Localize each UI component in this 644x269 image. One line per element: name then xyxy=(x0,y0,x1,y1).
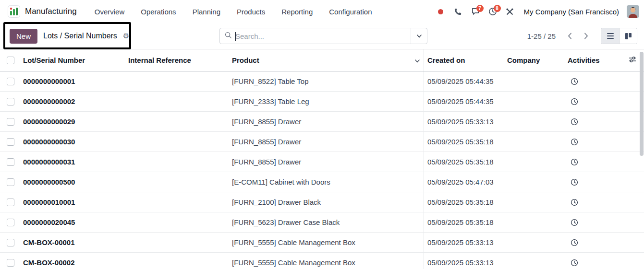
created-on-cell[interactable]: 05/09/2025 05:35:18 xyxy=(424,198,505,206)
activity-clock-icon[interactable] xyxy=(571,259,578,267)
lot-serial-cell[interactable]: 0000000020045 xyxy=(21,218,126,226)
lot-serial-cell[interactable]: 0000000010001 xyxy=(21,198,126,206)
table-row[interactable]: 0000000000030 [FURN_8855] Drawer 05/09/2… xyxy=(0,132,644,152)
created-on-cell[interactable]: 05/09/2025 05:33:13 xyxy=(424,238,505,246)
lot-serial-cell[interactable]: 0000000000030 xyxy=(21,138,126,146)
activity-clock-icon[interactable] xyxy=(571,239,578,246)
menu-item-reporting[interactable]: Reporting xyxy=(273,8,321,16)
table-row[interactable]: CM-BOX-00002 [FURN_5555] Cable Managemen… xyxy=(0,253,644,269)
created-on-cell[interactable]: 05/09/2025 05:33:13 xyxy=(424,117,505,126)
messages-icon[interactable]: 7 xyxy=(468,4,483,19)
product-cell[interactable]: [FURN_5555] Cable Management Box xyxy=(230,233,424,252)
company-selector[interactable]: My Company (San Francisco) xyxy=(524,8,619,16)
product-cell[interactable]: [FURN_2333] Table Leg xyxy=(230,92,424,111)
select-all-checkbox[interactable] xyxy=(7,57,14,64)
table-row[interactable]: 0000000020045 [FURN_5623] Drawer Case Bl… xyxy=(0,212,644,233)
product-cell[interactable]: [E-COM11] Cabinet with Doors xyxy=(230,172,424,192)
activity-clock-icon[interactable] xyxy=(571,118,578,126)
created-on-cell[interactable]: 05/09/2025 05:35:18 xyxy=(424,138,505,146)
created-on-cell[interactable]: 05/09/2025 05:44:35 xyxy=(424,97,505,105)
row-checkbox[interactable] xyxy=(7,158,14,166)
row-checkbox[interactable] xyxy=(7,199,14,206)
header-lot-serial[interactable]: Lot/Serial Number xyxy=(21,56,126,64)
lot-serial-cell[interactable]: 0000000000002 xyxy=(21,97,126,105)
created-on-cell[interactable]: 05/09/2025 05:33:13 xyxy=(424,258,505,267)
lot-serial-cell[interactable]: CM-BOX-00001 xyxy=(21,238,126,246)
product-cell[interactable]: [FURN_8522] Table Top xyxy=(230,71,424,91)
menu-item-configuration[interactable]: Configuration xyxy=(321,8,380,16)
kanban-view-button[interactable] xyxy=(619,28,637,44)
table-row[interactable]: 0000000000029 [FURN_8855] Drawer 05/09/2… xyxy=(0,112,644,132)
table-row[interactable]: 0000000010001 [FURN_2100] Drawer Black 0… xyxy=(0,192,644,212)
menu-item-products[interactable]: Products xyxy=(229,8,273,16)
table-row[interactable]: 0000000000500 [E-COM11] Cabinet with Doo… xyxy=(0,172,644,192)
product-cell[interactable]: [FURN_8855] Drawer xyxy=(230,132,424,152)
new-button[interactable]: New xyxy=(10,29,37,44)
header-company[interactable]: Company xyxy=(505,56,566,64)
menu-item-operations[interactable]: Operations xyxy=(133,8,184,16)
activity-clock-icon[interactable] xyxy=(571,199,578,206)
lot-serial-cell[interactable]: 0000000000031 xyxy=(21,158,126,166)
product-cell[interactable]: [FURN_5555] Cable Management Box xyxy=(230,253,424,269)
activity-clock-icon[interactable] xyxy=(571,219,578,226)
activity-clock-icon[interactable] xyxy=(571,78,578,85)
lot-serial-cell[interactable]: CM-BOX-00002 xyxy=(21,258,126,267)
pager-area: 1-25 / 25 xyxy=(427,28,644,44)
activity-clock-icon[interactable] xyxy=(571,178,578,186)
topbar-systray: 7 8 My Company (San Francisco) xyxy=(434,4,639,19)
phone-icon[interactable] xyxy=(451,4,465,19)
table-row[interactable]: 0000000000002 [FURN_2333] Table Leg 05/0… xyxy=(0,92,644,112)
product-sort-icon[interactable] xyxy=(415,56,420,64)
menu-item-overview[interactable]: Overview xyxy=(86,8,133,16)
topbar: Manufacturing OverviewOperationsPlanning… xyxy=(0,0,644,23)
pager-next-icon[interactable] xyxy=(579,29,593,43)
row-checkbox[interactable] xyxy=(7,138,14,146)
lot-serial-cell[interactable]: 0000000000001 xyxy=(21,77,126,85)
header-activities[interactable]: Activities xyxy=(566,56,619,64)
lot-serial-cell[interactable]: 0000000000029 xyxy=(21,117,126,126)
product-cell[interactable]: [FURN_5623] Drawer Case Black xyxy=(230,212,424,232)
text-cursor xyxy=(235,32,236,41)
vertical-scrollbar-thumb[interactable] xyxy=(640,52,644,156)
table-row[interactable]: 0000000000031 [FURN_8855] Drawer 05/09/2… xyxy=(0,152,644,172)
created-on-cell[interactable]: 05/09/2025 05:35:18 xyxy=(424,158,505,166)
product-cell[interactable]: [FURN_8855] Drawer xyxy=(230,152,424,172)
row-checkbox[interactable] xyxy=(7,259,14,267)
row-checkbox[interactable] xyxy=(7,78,14,85)
tools-icon[interactable] xyxy=(503,4,517,19)
app-name[interactable]: Manufacturing xyxy=(25,7,77,16)
row-checkbox[interactable] xyxy=(7,118,14,126)
created-on-cell[interactable]: 05/09/2025 05:44:35 xyxy=(424,77,505,85)
row-checkbox[interactable] xyxy=(7,98,14,105)
lot-serial-cell[interactable]: 0000000000500 xyxy=(21,178,126,186)
app-menu: OverviewOperationsPlanningProductsReport… xyxy=(86,8,380,16)
row-checkbox[interactable] xyxy=(7,239,14,246)
list-view-button[interactable] xyxy=(601,28,619,44)
product-cell[interactable]: [FURN_2100] Drawer Black xyxy=(230,192,424,212)
action-gear-icon[interactable]: ⚙ xyxy=(123,32,129,40)
activity-clock-icon[interactable] xyxy=(571,158,578,166)
product-cell[interactable]: [FURN_8855] Drawer xyxy=(230,112,424,131)
user-avatar[interactable] xyxy=(627,5,639,18)
row-checkbox[interactable] xyxy=(7,178,14,186)
activity-clock-icon[interactable] xyxy=(571,138,578,146)
header-created-on[interactable]: Created on xyxy=(424,56,505,64)
header-internal-reference[interactable]: Internal Reference xyxy=(126,56,230,64)
search-input[interactable] xyxy=(235,28,411,44)
activity-clock-icon[interactable] xyxy=(571,98,578,105)
table-row[interactable]: 0000000000001 [FURN_8522] Table Top 05/0… xyxy=(0,71,644,92)
table-row[interactable]: CM-BOX-00001 [FURN_5555] Cable Managemen… xyxy=(0,233,644,253)
search-dropdown-toggle[interactable] xyxy=(411,28,427,44)
optional-columns-icon[interactable] xyxy=(629,56,636,64)
header-product[interactable]: Product xyxy=(230,49,424,71)
activities-clock-icon[interactable]: 8 xyxy=(486,4,500,19)
menu-item-planning[interactable]: Planning xyxy=(184,8,229,16)
created-on-cell[interactable]: 05/09/2025 05:47:03 xyxy=(424,178,505,186)
breadcrumb: New Lots / Serial Numbers ⚙ xyxy=(0,29,219,44)
created-on-cell[interactable]: 05/09/2025 05:35:18 xyxy=(424,218,505,226)
search-bar xyxy=(219,28,427,44)
manufacturing-app-icon[interactable] xyxy=(8,5,20,18)
pager-previous-icon[interactable] xyxy=(562,29,577,43)
row-checkbox[interactable] xyxy=(7,219,14,226)
view-switcher xyxy=(601,28,637,44)
